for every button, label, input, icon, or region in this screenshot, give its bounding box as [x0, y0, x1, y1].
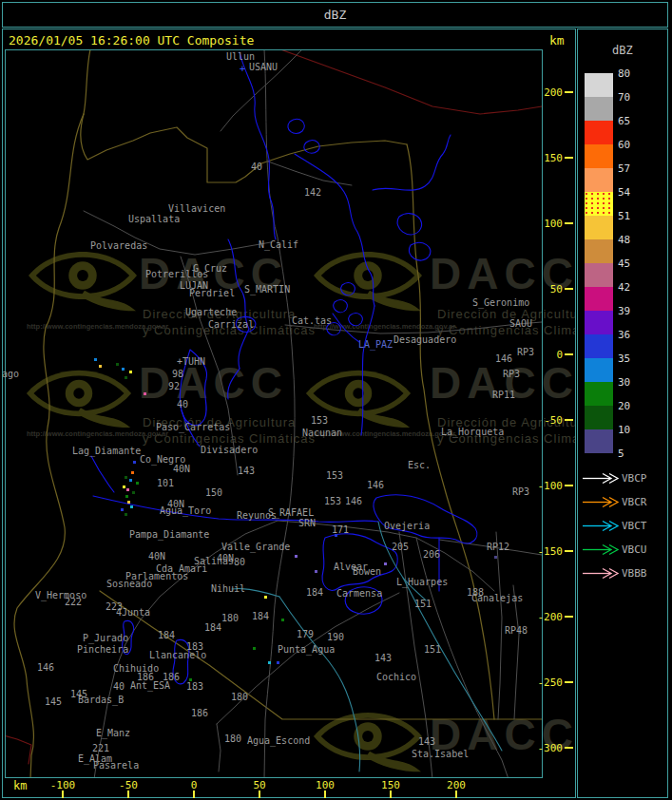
map-place-label: Ullun — [226, 52, 255, 62]
radar-echo-pixel — [94, 358, 97, 361]
colorbar-swatch — [585, 168, 613, 192]
map-place-label: 180 — [231, 693, 248, 702]
colorbar-swatch — [585, 406, 613, 429]
vector-code-label: VBCR — [622, 496, 647, 508]
bottom-axis-tick — [455, 790, 457, 798]
radar-echo-pixel — [125, 376, 127, 379]
bottom-axis-tick — [127, 790, 129, 798]
map-place-label: Punta_Agua — [278, 645, 335, 655]
map-place-label: 145 — [45, 697, 62, 707]
radar-echo-pixel — [136, 482, 139, 485]
map-place-label: 40 — [251, 162, 262, 172]
colorbar-swatch — [585, 311, 613, 334]
vector-arrow-icon — [582, 496, 622, 508]
map-place-label: Nacunan — [302, 429, 342, 438]
map-place-label: P_Jurado — [83, 634, 128, 643]
map-place-label: 40 — [177, 400, 188, 410]
map-place-label: 40N — [148, 552, 165, 562]
map-place-label: E_Manz — [96, 729, 130, 738]
map-place-label: 98 — [172, 370, 183, 379]
map-place-label: 92 — [168, 382, 180, 391]
radar-echo-pixel — [384, 562, 387, 565]
map-place-label: +TUHN — [177, 357, 205, 367]
map-place-label: Bowen — [353, 567, 381, 577]
map-place-label: ago — [2, 370, 19, 379]
colorbar-tick-label: 20 — [618, 400, 630, 412]
colorbar-swatch — [585, 144, 613, 168]
map-place-label: LA_PAZ — [358, 340, 393, 350]
bottom-axis-tick — [390, 790, 392, 798]
map-place-label: Agua_Escond — [247, 736, 310, 746]
right-axis-label: 150 — [530, 152, 563, 164]
map-place-label: Llancanelo — [149, 651, 206, 660]
colorbar-swatch — [585, 334, 613, 358]
radar-app-window: DACC DACC DACC DACC DACC Dirección de Ag… — [0, 0, 672, 800]
right-axis-tick — [565, 681, 573, 683]
right-axis-tick — [565, 747, 573, 749]
colorbar-swatch — [585, 287, 613, 311]
radar-echo-pixel — [126, 488, 129, 491]
map-place-label: 184 — [204, 623, 221, 633]
map-place-label: 143 — [418, 737, 435, 747]
map-place-label: Cochico — [376, 673, 416, 682]
right-axis-label: -100 — [530, 480, 563, 492]
map-place-label: + — [240, 65, 245, 74]
map-place-label: SAOU — [509, 319, 532, 329]
radar-echo-pixel — [125, 495, 128, 498]
map-place-label: Sta.Isabel — [412, 750, 469, 759]
map-place-label: 146 — [37, 663, 54, 673]
radar-echo-pixel — [116, 363, 119, 366]
map-place-label: N_Calif — [259, 240, 298, 250]
map-place-label: Uspallata — [128, 215, 180, 224]
colorbar-swatch — [585, 121, 613, 144]
colorbar-tick-label: 36 — [618, 329, 630, 341]
map-place-label: 40N — [173, 465, 190, 474]
vector-code-label: VBBB — [622, 567, 647, 580]
map-place-label: 143 — [374, 654, 392, 663]
map-place-label: Sosneado — [106, 580, 152, 589]
map-place-label: Cat.tas — [292, 316, 332, 326]
colorbar-tick-label: 10 — [618, 424, 630, 436]
radar-echo-pixel — [132, 491, 135, 494]
colorbar-tick-label: 5 — [618, 448, 624, 460]
vector-arrow-icon — [582, 472, 622, 485]
map-place-label: Ugarteche — [185, 308, 237, 317]
map-place-label: Pasarela — [93, 761, 139, 771]
map-place-label: 153 — [324, 497, 341, 506]
radar-echo-pixel — [130, 505, 133, 508]
radar-echo-pixel — [129, 479, 132, 482]
map-place-label: 183 — [186, 682, 203, 692]
map-place-label: Lag_Diamante — [72, 447, 141, 456]
map-place-label: 190 — [327, 633, 344, 642]
colorbar-tick-label: 80 — [618, 67, 630, 80]
map-place-label: Pampa_Diamante — [129, 530, 209, 540]
map-place-label: RP3 — [517, 348, 534, 357]
bottom-axis-tick — [193, 790, 195, 798]
map-place-label: 146 — [367, 481, 384, 490]
map-place-label: L_Huarpes — [396, 578, 448, 587]
map-place-label: Carrizal — [208, 320, 254, 330]
map-place-label: 4Junta — [116, 608, 150, 618]
map-place-label: Paso_Carretas — [156, 423, 230, 432]
colorbar-tick-label: 48 — [618, 234, 630, 246]
radar-echo-pixel — [122, 368, 125, 371]
colorbar-swatch — [585, 429, 613, 453]
map-place-label: 206 — [423, 550, 440, 560]
bottom-axis-tick — [324, 790, 326, 798]
vector-arrow-icon — [582, 520, 622, 532]
colorbar-swatch — [585, 97, 613, 121]
timestamp: 2026/01/05 16:26:00 UTC Composite — [9, 33, 254, 48]
colorbar-swatch — [585, 239, 613, 263]
right-axis-label: -50 — [530, 414, 563, 427]
right-axis-label: 50 — [530, 283, 563, 295]
colorbar-swatch — [585, 216, 613, 239]
right-axis-tick — [565, 91, 573, 93]
map-place-label: 221 — [92, 744, 109, 753]
map-place-label: 180 — [221, 614, 239, 623]
radar-echo-pixel — [131, 471, 134, 474]
map-place-label: 153 — [326, 471, 343, 481]
map-place-label: RP12 — [487, 543, 509, 552]
radar-echo-pixel — [99, 365, 102, 368]
radar-echo-pixel — [281, 619, 284, 621]
right-axis-tick — [565, 485, 573, 486]
